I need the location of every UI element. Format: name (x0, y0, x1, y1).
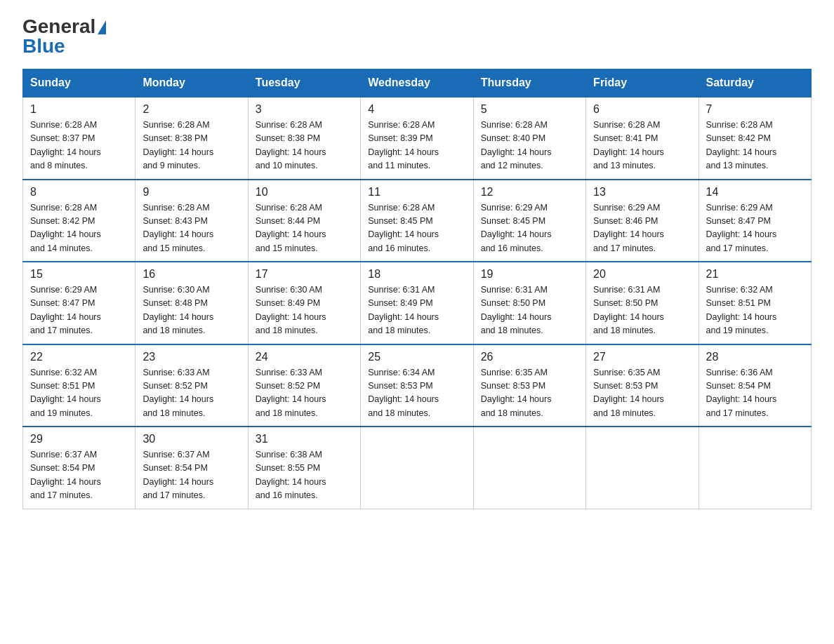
day-info: Sunrise: 6:28 AMSunset: 8:38 PMDaylight:… (143, 120, 213, 170)
calendar-cell: 24 Sunrise: 6:33 AMSunset: 8:52 PMDaylig… (248, 344, 360, 427)
day-number: 3 (256, 103, 353, 116)
logo: General Blue (22, 17, 106, 56)
calendar-cell: 26 Sunrise: 6:35 AMSunset: 8:53 PMDaylig… (473, 344, 585, 427)
day-number: 6 (593, 103, 691, 116)
calendar-week-row: 1 Sunrise: 6:28 AMSunset: 8:37 PMDayligh… (23, 97, 812, 180)
calendar-cell: 30 Sunrise: 6:37 AMSunset: 8:54 PMDaylig… (135, 427, 248, 509)
day-info: Sunrise: 6:29 AMSunset: 8:47 PMDaylight:… (30, 285, 101, 335)
day-number: 2 (143, 103, 240, 116)
day-info: Sunrise: 6:28 AMSunset: 8:44 PMDaylight:… (256, 203, 326, 253)
day-info: Sunrise: 6:28 AMSunset: 8:41 PMDaylight:… (593, 120, 664, 170)
calendar-cell: 16 Sunrise: 6:30 AMSunset: 8:48 PMDaylig… (135, 262, 248, 344)
calendar-cell: 19 Sunrise: 6:31 AMSunset: 8:50 PMDaylig… (473, 262, 585, 344)
day-number: 8 (30, 186, 128, 199)
logo-general-text: General (22, 15, 95, 37)
day-info: Sunrise: 6:37 AMSunset: 8:54 PMDaylight:… (143, 450, 213, 500)
day-info: Sunrise: 6:28 AMSunset: 8:40 PMDaylight:… (481, 120, 552, 170)
calendar-cell: 21 Sunrise: 6:32 AMSunset: 8:51 PMDaylig… (699, 262, 811, 344)
day-number: 9 (143, 186, 240, 199)
calendar-cell: 1 Sunrise: 6:28 AMSunset: 8:37 PMDayligh… (23, 97, 135, 180)
weekday-header-wednesday: Wednesday (361, 69, 473, 98)
day-info: Sunrise: 6:28 AMSunset: 8:37 PMDaylight:… (30, 120, 101, 170)
calendar-cell (361, 427, 473, 509)
calendar-cell: 25 Sunrise: 6:34 AMSunset: 8:53 PMDaylig… (361, 344, 473, 427)
day-info: Sunrise: 6:36 AMSunset: 8:54 PMDaylight:… (706, 368, 777, 418)
day-info: Sunrise: 6:30 AMSunset: 8:48 PMDaylight:… (143, 285, 213, 335)
calendar-cell: 6 Sunrise: 6:28 AMSunset: 8:41 PMDayligh… (586, 97, 699, 180)
calendar-cell: 27 Sunrise: 6:35 AMSunset: 8:53 PMDaylig… (586, 344, 699, 427)
calendar-cell: 18 Sunrise: 6:31 AMSunset: 8:49 PMDaylig… (361, 262, 473, 344)
page-header: General Blue (22, 17, 812, 56)
calendar-cell (699, 427, 811, 509)
calendar-week-row: 29 Sunrise: 6:37 AMSunset: 8:54 PMDaylig… (23, 427, 812, 509)
day-number: 1 (30, 103, 128, 116)
calendar-cell: 12 Sunrise: 6:29 AMSunset: 8:45 PMDaylig… (473, 180, 585, 262)
day-info: Sunrise: 6:30 AMSunset: 8:49 PMDaylight:… (256, 285, 326, 335)
day-number: 26 (481, 351, 578, 363)
calendar-cell: 7 Sunrise: 6:28 AMSunset: 8:42 PMDayligh… (699, 97, 811, 180)
calendar-cell: 2 Sunrise: 6:28 AMSunset: 8:38 PMDayligh… (135, 97, 248, 180)
day-number: 25 (368, 351, 465, 363)
day-number: 24 (256, 351, 353, 363)
calendar-cell (473, 427, 585, 509)
calendar-cell: 10 Sunrise: 6:28 AMSunset: 8:44 PMDaylig… (248, 180, 360, 262)
weekday-header-thursday: Thursday (473, 69, 585, 98)
calendar-cell: 15 Sunrise: 6:29 AMSunset: 8:47 PMDaylig… (23, 262, 135, 344)
day-info: Sunrise: 6:32 AMSunset: 8:51 PMDaylight:… (706, 285, 777, 335)
calendar-cell: 17 Sunrise: 6:30 AMSunset: 8:49 PMDaylig… (248, 262, 360, 344)
day-number: 23 (143, 351, 240, 363)
day-info: Sunrise: 6:28 AMSunset: 8:42 PMDaylight:… (706, 120, 777, 170)
weekday-header-saturday: Saturday (699, 69, 811, 98)
day-number: 13 (593, 186, 691, 199)
day-info: Sunrise: 6:33 AMSunset: 8:52 PMDaylight:… (143, 368, 213, 418)
calendar-cell: 8 Sunrise: 6:28 AMSunset: 8:42 PMDayligh… (23, 180, 135, 262)
calendar-cell: 5 Sunrise: 6:28 AMSunset: 8:40 PMDayligh… (473, 97, 585, 180)
day-number: 20 (593, 268, 691, 281)
calendar-week-row: 22 Sunrise: 6:32 AMSunset: 8:51 PMDaylig… (23, 344, 812, 427)
day-number: 19 (481, 268, 578, 281)
day-info: Sunrise: 6:31 AMSunset: 8:50 PMDaylight:… (593, 285, 664, 335)
weekday-header-row: SundayMondayTuesdayWednesdayThursdayFrid… (23, 69, 812, 98)
day-number: 16 (143, 268, 240, 281)
day-info: Sunrise: 6:37 AMSunset: 8:54 PMDaylight:… (30, 450, 101, 500)
calendar-cell: 22 Sunrise: 6:32 AMSunset: 8:51 PMDaylig… (23, 344, 135, 427)
day-info: Sunrise: 6:35 AMSunset: 8:53 PMDaylight:… (481, 368, 552, 418)
day-info: Sunrise: 6:38 AMSunset: 8:55 PMDaylight:… (256, 450, 326, 500)
day-info: Sunrise: 6:32 AMSunset: 8:51 PMDaylight:… (30, 368, 101, 418)
day-number: 21 (706, 268, 804, 281)
calendar-cell: 31 Sunrise: 6:38 AMSunset: 8:55 PMDaylig… (248, 427, 360, 509)
day-info: Sunrise: 6:28 AMSunset: 8:38 PMDaylight:… (256, 120, 326, 170)
day-info: Sunrise: 6:28 AMSunset: 8:45 PMDaylight:… (368, 203, 439, 253)
logo-triangle-icon (98, 20, 106, 34)
calendar-cell: 3 Sunrise: 6:28 AMSunset: 8:38 PMDayligh… (248, 97, 360, 180)
day-info: Sunrise: 6:28 AMSunset: 8:42 PMDaylight:… (30, 203, 101, 253)
day-number: 17 (256, 268, 353, 281)
day-info: Sunrise: 6:31 AMSunset: 8:50 PMDaylight:… (481, 285, 552, 335)
calendar-table: SundayMondayTuesdayWednesdayThursdayFrid… (22, 69, 812, 509)
day-number: 28 (706, 351, 804, 363)
day-info: Sunrise: 6:28 AMSunset: 8:43 PMDaylight:… (143, 203, 213, 253)
calendar-cell (586, 427, 699, 509)
calendar-cell: 20 Sunrise: 6:31 AMSunset: 8:50 PMDaylig… (586, 262, 699, 344)
day-info: Sunrise: 6:29 AMSunset: 8:47 PMDaylight:… (706, 203, 777, 253)
day-number: 7 (706, 103, 804, 116)
calendar-cell: 28 Sunrise: 6:36 AMSunset: 8:54 PMDaylig… (699, 344, 811, 427)
day-number: 30 (143, 433, 240, 445)
day-info: Sunrise: 6:31 AMSunset: 8:49 PMDaylight:… (368, 285, 439, 335)
day-info: Sunrise: 6:28 AMSunset: 8:39 PMDaylight:… (368, 120, 439, 170)
day-info: Sunrise: 6:33 AMSunset: 8:52 PMDaylight:… (256, 368, 326, 418)
weekday-header-friday: Friday (586, 69, 699, 98)
day-number: 5 (481, 103, 578, 116)
day-number: 29 (30, 433, 128, 445)
day-number: 22 (30, 351, 128, 363)
day-info: Sunrise: 6:35 AMSunset: 8:53 PMDaylight:… (593, 368, 664, 418)
calendar-cell: 4 Sunrise: 6:28 AMSunset: 8:39 PMDayligh… (361, 97, 473, 180)
day-number: 18 (368, 268, 465, 281)
calendar-week-row: 8 Sunrise: 6:28 AMSunset: 8:42 PMDayligh… (23, 180, 812, 262)
logo-blue-text: Blue (22, 35, 65, 57)
calendar-cell: 14 Sunrise: 6:29 AMSunset: 8:47 PMDaylig… (699, 180, 811, 262)
day-info: Sunrise: 6:34 AMSunset: 8:53 PMDaylight:… (368, 368, 439, 418)
day-number: 10 (256, 186, 353, 199)
calendar-cell: 11 Sunrise: 6:28 AMSunset: 8:45 PMDaylig… (361, 180, 473, 262)
day-number: 27 (593, 351, 691, 363)
